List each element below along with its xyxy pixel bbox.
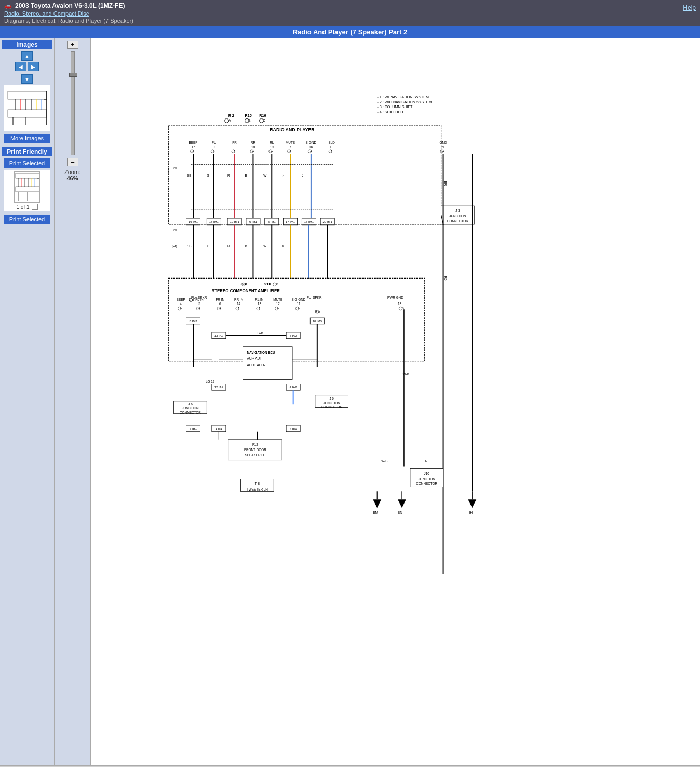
svg-text:, S10: , S10 — [261, 282, 271, 286]
svg-text:BN: BN — [398, 511, 402, 514]
images-section-label: Images — [2, 40, 52, 49]
thumbnail-container[interactable] — [4, 85, 50, 131]
main-content: Images ▲ ◀ ▶ ▼ — [0, 38, 700, 765]
svg-text:J 6: J 6 — [188, 402, 193, 406]
header-left: 🚗 2003 Toyota Avalon V6-3.0L (1MZ-FE) Ra… — [4, 2, 133, 24]
nav-up-btn[interactable]: ▲ — [21, 51, 33, 61]
svg-text:10: 10 — [330, 145, 334, 149]
svg-text:11: 11 — [297, 302, 301, 306]
svg-text:• 3 : COLUMN SHIFT: • 3 : COLUMN SHIFT — [377, 105, 413, 109]
svg-text:• 2 : W/O NAVIGATION SYSTEM: • 2 : W/O NAVIGATION SYSTEM — [377, 100, 432, 104]
nav-down-btn[interactable]: ▼ — [21, 74, 33, 84]
thumbnail-diagram — [5, 86, 49, 130]
svg-text:16: 16 — [309, 145, 313, 149]
svg-text:5 IA2: 5 IA2 — [290, 334, 298, 337]
svg-text:3 IB1: 3 IB1 — [190, 427, 197, 430]
svg-rect-7 — [8, 110, 47, 117]
svg-text:5 IM1: 5 IM1 — [268, 220, 276, 223]
zoom-label: Zoom: — [64, 169, 80, 175]
svg-text:J 3: J 3 — [455, 209, 460, 213]
svg-text:STEREO COMPONENT AMPLIFIER: STEREO COMPONENT AMPLIFIER — [212, 288, 280, 293]
svg-marker-206 — [468, 499, 476, 508]
svg-text:SIG GND: SIG GND — [292, 298, 306, 301]
svg-text:13 IA2: 13 IA2 — [214, 334, 224, 337]
header-breadcrumb: Diagrams, Electrical: Radio and Player (… — [4, 18, 133, 24]
svg-text:(+4): (+4) — [172, 245, 177, 248]
svg-text:A: A — [425, 459, 427, 463]
svg-text:B: B — [245, 174, 247, 177]
svg-text:AUI+    AUI-: AUI+ AUI- — [247, 356, 262, 360]
svg-text:LG  12: LG 12 — [206, 380, 215, 384]
svg-text:7: 7 — [289, 145, 291, 149]
svg-text:15 IM1: 15 IM1 — [304, 220, 314, 223]
print-selected-button-top[interactable]: Print Selected — [4, 158, 50, 168]
nav-right-btn[interactable]: ▶ — [28, 62, 39, 71]
svg-text:BM: BM — [373, 511, 378, 514]
svg-text:RL IN: RL IN — [255, 298, 263, 301]
svg-text:AUO+   AUO-: AUO+ AUO- — [247, 363, 265, 367]
svg-text:RR: RR — [251, 141, 256, 144]
svg-text:FR IN: FR IN — [216, 298, 224, 301]
svg-text:RADIO AND PLAYER: RADIO AND PLAYER — [270, 127, 315, 133]
svg-text:J 6: J 6 — [329, 396, 334, 400]
more-images-button[interactable]: More Images — [4, 134, 50, 143]
svg-text:FR: FR — [232, 141, 237, 144]
svg-text:12 IA2: 12 IA2 — [214, 386, 224, 389]
svg-text:G: G — [207, 244, 209, 248]
svg-text:19: 19 — [270, 145, 274, 149]
svg-text:BEEP: BEEP — [189, 141, 198, 144]
svg-text:T 8: T 8 — [255, 482, 260, 485]
header-subtitle[interactable]: Radio, Stereo, and Compact Disc — [4, 10, 133, 17]
svg-text:SB: SB — [187, 174, 191, 177]
svg-text:14: 14 — [237, 302, 241, 306]
svg-text:16 IM1: 16 IM1 — [189, 220, 198, 223]
svg-text:FRONT DOOR: FRONT DOOR — [244, 448, 266, 452]
svg-text:4 IA2: 4 IA2 — [290, 386, 298, 389]
svg-text:4 IB1: 4 IB1 — [290, 427, 298, 430]
zoom-slider-thumb[interactable] — [69, 73, 77, 77]
svg-text:R16: R16 — [259, 114, 266, 118]
svg-text:4: 4 — [180, 302, 182, 306]
svg-text:F12: F12 — [252, 443, 258, 446]
svg-text:13: 13 — [258, 302, 262, 306]
svg-rect-12 — [16, 173, 39, 178]
svg-text:JUNCTION: JUNCTION — [419, 477, 436, 481]
svg-text:TWEETER LH: TWEETER LH — [247, 487, 268, 491]
zoom-value: 46% — [66, 175, 78, 181]
svg-text:BEEP: BEEP — [177, 298, 185, 301]
svg-text:MUTE: MUTE — [273, 298, 282, 301]
svg-text:IH: IH — [469, 511, 473, 514]
svg-marker-203 — [398, 499, 406, 508]
diagram-wrapper: • 1 : W/ NAVIGATION SYSTEM • 2 : W/O NAV… — [91, 38, 700, 610]
svg-text:R15: R15 — [245, 114, 252, 118]
help-link[interactable]: Help — [683, 4, 696, 11]
svg-text:SLD: SLD — [328, 141, 335, 144]
diagram-area[interactable]: • 1 : W/ NAVIGATION SYSTEM • 2 : W/O NAV… — [91, 38, 700, 765]
print-friendly-label: Print Friendly — [2, 147, 52, 156]
svg-text:CONNECTOR: CONNECTOR — [180, 411, 201, 414]
svg-text:6 IM1: 6 IM1 — [249, 220, 258, 223]
print-preview-diagram — [15, 172, 40, 203]
svg-text:W: W — [263, 244, 266, 248]
page-checkbox[interactable] — [32, 204, 38, 210]
svg-text:20 IM1: 20 IM1 — [323, 220, 333, 223]
svg-text:- PWR GND: - PWR GND — [385, 296, 403, 299]
svg-text:W-B: W-B — [381, 459, 387, 463]
zoom-slider-track[interactable] — [71, 51, 75, 155]
svg-text:8: 8 — [234, 145, 236, 149]
nav-left-btn[interactable]: ◀ — [15, 62, 26, 71]
zoom-in-button[interactable]: + — [67, 41, 78, 49]
svg-text:FL- SPKR: FL- SPKR — [307, 296, 322, 299]
svg-text:J: J — [302, 244, 303, 248]
zoom-out-button[interactable]: − — [67, 158, 78, 166]
title-bar-text: Radio And Player (7 Speaker) Part 2 — [293, 28, 408, 36]
svg-text:19 IM1: 19 IM1 — [230, 220, 240, 223]
svg-marker-200 — [373, 499, 381, 508]
svg-text:RL: RL — [270, 141, 274, 144]
nav-arrows: ◀ ▶ — [15, 62, 39, 71]
svg-text:J: J — [302, 174, 303, 177]
print-selected-button-bottom[interactable]: Print Selected — [4, 215, 50, 224]
wiring-diagram: • 1 : W/ NAVIGATION SYSTEM • 2 : W/O NAV… — [96, 43, 501, 604]
zoom-panel: + − Zoom: 46% — [55, 38, 91, 765]
svg-text:5: 5 — [198, 302, 200, 306]
